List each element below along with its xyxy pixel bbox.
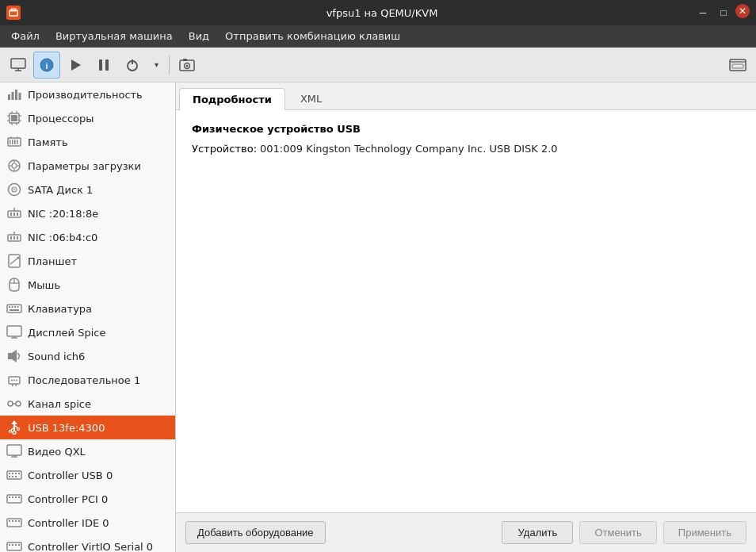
svg-rect-34	[10, 140, 11, 144]
menu-vm[interactable]: Виртуальная машина	[48, 27, 181, 45]
sidebar-item-usb[interactable]: USB 13fe:4300	[0, 416, 175, 439]
info-button[interactable]: i	[33, 52, 60, 79]
svg-rect-65	[9, 306, 10, 308]
svg-rect-111	[18, 520, 20, 522]
svg-rect-95	[9, 473, 10, 474]
sidebar-label-tablet: Планшет	[28, 255, 77, 267]
svg-text:i: i	[45, 60, 48, 70]
sidebar-item-mouse[interactable]: Мышь	[0, 273, 175, 297]
svg-rect-99	[9, 476, 10, 477]
sidebar-item-nic2[interactable]: NIC :06:b4:c0	[0, 225, 175, 249]
sidebar-item-performance[interactable]: Производительность	[0, 82, 175, 106]
monitor-button[interactable]	[5, 52, 32, 79]
sidebar-label-video: Видео QXL	[28, 446, 86, 458]
monitor-icon	[10, 58, 26, 72]
display-icon	[6, 324, 22, 340]
tablet-icon	[6, 253, 22, 269]
svg-point-82	[16, 401, 21, 406]
window-title: vfpsu1 на QEMU/KVM	[70, 7, 694, 19]
sidebar: Производительность Процессоры Память Пар…	[0, 82, 176, 552]
toolbar-separator-1	[169, 56, 170, 75]
sidebar-label-nic1: NIC :20:18:8e	[28, 208, 98, 220]
menu-file[interactable]: Файл	[3, 27, 48, 45]
sidebar-item-boot[interactable]: Параметры загрузки	[0, 154, 175, 178]
sidebar-item-controller-usb[interactable]: Controller USB 0	[0, 463, 175, 487]
svg-rect-79	[12, 384, 13, 386]
snapshot-button[interactable]	[174, 52, 200, 79]
svg-point-77	[13, 380, 15, 381]
controller-usb-icon	[6, 467, 22, 483]
boot-icon	[6, 158, 22, 174]
sidebar-label-mouse: Мышь	[28, 279, 60, 291]
svg-rect-105	[15, 496, 17, 498]
svg-rect-96	[12, 473, 13, 474]
snapshot-icon	[179, 58, 195, 72]
menu-view[interactable]: Вид	[181, 27, 217, 45]
svg-rect-97	[15, 473, 17, 474]
sidebar-item-controller-ide[interactable]: Controller IDE 0	[0, 511, 175, 535]
sidebar-item-serial[interactable]: Последовательное 1	[0, 368, 175, 392]
sidebar-item-memory[interactable]: Память	[0, 130, 175, 154]
sidebar-item-processors[interactable]: Процессоры	[0, 106, 175, 130]
sidebar-item-nic1[interactable]: NIC :20:18:8e	[0, 201, 175, 225]
close-button[interactable]: ✕	[735, 4, 750, 18]
svg-rect-55	[10, 236, 12, 240]
menu-send-keys[interactable]: Отправить комбинацию клавиш	[217, 27, 408, 45]
screenshot-button[interactable]	[724, 52, 751, 79]
play-button[interactable]	[62, 52, 89, 79]
svg-rect-98	[18, 473, 20, 474]
svg-rect-94	[7, 471, 21, 479]
tab-details[interactable]: Подробности	[179, 88, 285, 110]
svg-line-60	[10, 258, 18, 264]
power-button[interactable]	[119, 52, 146, 79]
svg-rect-112	[7, 542, 21, 550]
svg-rect-64	[7, 305, 21, 312]
sidebar-item-spice-channel[interactable]: Канал spice	[0, 392, 175, 416]
svg-point-48	[13, 189, 15, 190]
pause-icon	[97, 58, 111, 72]
cancel-button[interactable]: Отменить	[579, 521, 656, 544]
svg-rect-102	[7, 495, 21, 503]
sidebar-item-tablet[interactable]: Планшет	[0, 249, 175, 273]
main-area: Производительность Процессоры Память Пар…	[0, 82, 756, 552]
svg-rect-21	[15, 90, 17, 100]
usb-icon	[6, 420, 22, 435]
add-hardware-button[interactable]: Добавить оборудование	[185, 521, 326, 544]
tab-xml[interactable]: XML	[287, 87, 335, 109]
svg-rect-51	[13, 213, 15, 216]
svg-rect-104	[12, 496, 13, 498]
sidebar-label-display: Дисплей Spice	[28, 327, 105, 339]
detail-device-label: Устройство:	[192, 143, 257, 155]
action-buttons: Удалить Отменить Применить	[502, 521, 746, 544]
sidebar-label-spice-channel: Канал spice	[28, 398, 91, 410]
apply-button[interactable]: Применить	[663, 521, 746, 544]
sound-icon	[6, 348, 22, 364]
sidebar-item-video[interactable]: Видео QXL	[0, 439, 175, 463]
minimize-button[interactable]: ─	[694, 4, 712, 21]
sidebar-item-keyboard[interactable]: Клавиатура	[0, 297, 175, 320]
sidebar-item-display[interactable]: Дисплей Spice	[0, 320, 175, 344]
sidebar-label-boot: Параметры загрузки	[28, 160, 141, 172]
maximize-button[interactable]: □	[715, 4, 732, 21]
sidebar-item-controller-pci[interactable]: Controller PCI 0	[0, 487, 175, 511]
sidebar-label-keyboard: Клавиатура	[28, 303, 92, 315]
svg-rect-70	[7, 326, 21, 336]
svg-rect-73	[8, 353, 12, 359]
svg-rect-18	[732, 64, 743, 68]
sidebar-item-sound[interactable]: Sound ich6	[0, 344, 175, 368]
mouse-icon	[6, 277, 22, 293]
title-bar: vfpsu1 на QEMU/KVM ─ □ ✕	[0, 0, 756, 25]
sidebar-label-usb: USB 13fe:4300	[28, 422, 105, 434]
sidebar-item-controller-virtio[interactable]: Controller VirtIO Serial 0	[0, 535, 175, 552]
delete-button[interactable]: Удалить	[502, 521, 573, 544]
sidebar-label-sata: SATA Диск 1	[28, 184, 93, 196]
pause-button[interactable]	[90, 52, 117, 79]
serial-icon	[6, 372, 22, 388]
sidebar-item-sata[interactable]: SATA Диск 1	[0, 178, 175, 201]
spice-channel-icon	[6, 396, 22, 412]
svg-rect-107	[7, 519, 21, 527]
svg-rect-113	[9, 544, 10, 546]
svg-marker-85	[11, 420, 17, 424]
svg-rect-19	[8, 94, 10, 100]
power-dropdown[interactable]: ▾	[147, 52, 165, 79]
